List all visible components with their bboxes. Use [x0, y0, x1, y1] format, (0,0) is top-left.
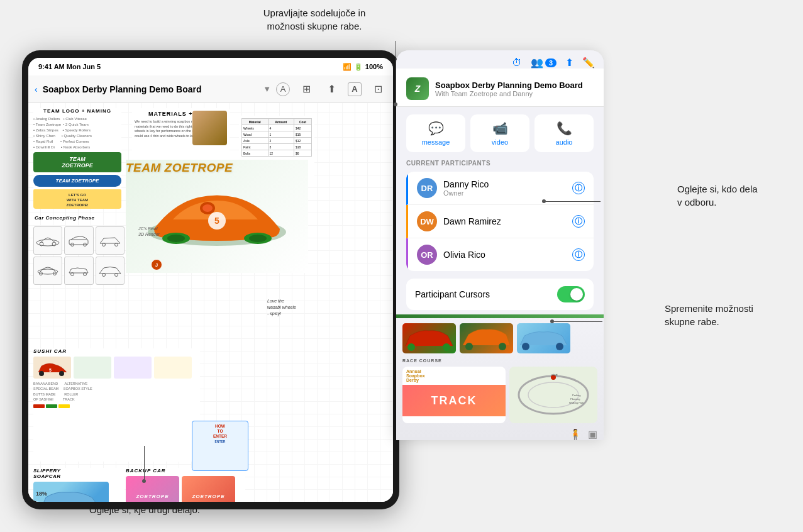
panel-clock-icon[interactable]: ⏱	[512, 57, 522, 69]
participant-dawn-info-btn[interactable]: ⓘ	[572, 215, 585, 228]
toggle-label: Participant Cursors	[415, 289, 490, 299]
board-title: Soapbox Derby Planning Demo Board	[43, 84, 258, 94]
icon-view[interactable]: ⊞	[297, 80, 315, 98]
battery-icon: 🔋	[354, 63, 363, 71]
preview-car-svg-3	[517, 323, 570, 353]
svg-point-25	[59, 371, 64, 376]
participant-olivia-name: Olivia Rico	[443, 250, 566, 260]
svg-text:Parking: Parking	[572, 394, 581, 397]
backup-pink-car: ZOETROPE	[126, 476, 179, 502]
status-icons: 📶 🔋 100%	[343, 63, 383, 71]
icon-annotate[interactable]: A	[276, 82, 290, 96]
participant-danny-info: Danny Rico Owner	[443, 179, 566, 197]
svg-point-34	[556, 343, 563, 350]
svg-text:5: 5	[49, 368, 52, 372]
how-title: HOW TO ENTER	[195, 424, 245, 438]
participant-list: DR Danny Rico Owner ⓘ DW Dawn Ramirez ⓘ …	[406, 172, 594, 271]
sushi-car-svg-1: 5	[35, 358, 70, 377]
sticky-note: LET'S GO WITH TEAM ZOETROPE!	[33, 189, 121, 209]
sketch-6	[96, 257, 125, 285]
participant-olivia-info: Olivia Rico	[443, 250, 566, 260]
board-content: TEAM LOGO + NAMING • Analog Rollers • Cl…	[28, 103, 393, 502]
materials-image	[192, 111, 227, 145]
svg-text:5: 5	[214, 216, 219, 226]
status-time: 9:41 AM Mon Jun 5	[38, 63, 101, 70]
avatar-danny: DR	[417, 178, 437, 198]
participants-badge: 3	[545, 58, 557, 67]
track-box: AnnualSoapboxDerby TRACK	[402, 367, 506, 423]
svg-point-19	[167, 235, 185, 242]
participant-danny-info-btn[interactable]: ⓘ	[572, 182, 585, 194]
track-word: TRACK	[402, 385, 506, 416]
car-sketch-svg-5	[66, 265, 91, 277]
panel-people-icon: 👥	[531, 57, 543, 69]
status-bar: 9:41 AM Mon Jun 5 📶 🔋 100%	[28, 58, 393, 75]
svg-point-23	[202, 204, 213, 212]
video-icon: 📹	[492, 121, 508, 136]
wifi-icon: 📶	[343, 63, 352, 71]
annotation-bottom: Oglejte si, kje drugi delajo.	[63, 503, 226, 516]
audio-button[interactable]: 📞 audio	[534, 114, 594, 152]
participants-header: CURRENT PARTICIPANTS	[406, 160, 594, 167]
panel-board-title: Soapbox Derby Planning Demo Board	[435, 80, 583, 90]
sushi-car-title: SUSHI CAR	[33, 348, 200, 354]
track-map: start Parking Planning Walking Path	[509, 367, 597, 423]
car-sketch-svg-1	[35, 235, 60, 247]
icon-share[interactable]: ⬆	[323, 80, 340, 98]
toggle-knob	[570, 288, 583, 301]
logo-list: • Analog Rollers • Club Vitesse • Team Z…	[33, 116, 121, 150]
render-note: JC's Final 3D Render	[138, 226, 160, 237]
team-name-blue: TEAM ZOETROPE	[33, 175, 121, 187]
annotation-right-bottom: Spremenite možnosti skupne rabe.	[665, 302, 790, 328]
svg-point-8	[38, 269, 58, 274]
panel-participants-icon-group[interactable]: 👥 3	[531, 57, 557, 69]
panel-top-icons: ⏱ 👥 3 ⬆ ✏️	[396, 50, 604, 69]
collab-panel: ⏱ 👥 3 ⬆ ✏️ Z Soapbox Derby Planning Demo…	[396, 50, 604, 440]
icon-insert[interactable]: ⊡	[369, 80, 387, 98]
avatar-dawn: DW	[417, 211, 437, 231]
dropdown-icon[interactable]: ▼	[263, 84, 271, 94]
svg-point-30	[443, 343, 450, 351]
participant-cursors-toggle[interactable]	[557, 286, 585, 302]
sketch-5	[64, 257, 93, 285]
track-title: AnnualSoapboxDerby	[402, 367, 506, 385]
back-button[interactable]: ‹	[35, 84, 38, 94]
participant-danny-role: Owner	[443, 189, 566, 197]
bottom-toolbar: 🧍 ▣	[396, 424, 604, 440]
team-zoetrope-big-area: 5	[126, 160, 308, 273]
car-3d-render: 5	[135, 169, 299, 263]
preview-car-svg-1	[402, 323, 456, 353]
audio-label: audio	[556, 138, 573, 146]
panel-board-subtitle: With Team Zoetrope and Danny	[435, 90, 583, 97]
ipad-screen: 9:41 AM Mon Jun 5 📶 🔋 100% ‹ Soapbox Der…	[28, 58, 393, 502]
icon-text[interactable]: A	[348, 82, 362, 96]
video-button[interactable]: 📹 video	[470, 114, 529, 152]
panel-share-icon[interactable]: ⬆	[565, 57, 573, 69]
panel-board-text: Soapbox Derby Planning Demo Board With T…	[435, 80, 583, 97]
bottom-person-icon[interactable]: 🧍	[569, 428, 582, 440]
bottom-grid-icon[interactable]: ▣	[588, 428, 597, 440]
participant-olivia: OR Olivia Rico ⓘ	[406, 238, 594, 271]
svg-text:Planning: Planning	[570, 397, 580, 401]
callout-line-right-top	[544, 201, 601, 202]
panel-board-preview: RACE COURSE AnnualSoapboxDerby TRACK sta…	[396, 314, 604, 440]
dot-bottom	[142, 479, 146, 483]
dot-right-top	[542, 199, 546, 203]
toolbar: ‹ Soapbox Derby Planning Demo Board ▼ A …	[28, 75, 393, 103]
message-label: message	[422, 138, 450, 146]
message-button[interactable]: 💬 message	[406, 114, 465, 152]
how-to-enter-section: HOW TO ENTER ENTER	[192, 421, 248, 471]
annotation-top: Upravljajte sodelujoče in možnosti skupn…	[208, 6, 421, 33]
participant-olivia-info-btn[interactable]: ⓘ	[572, 248, 585, 261]
sushi-car-section: SUSHI CAR 5	[33, 348, 200, 462]
svg-text:Walking Path: Walking Path	[569, 401, 584, 404]
battery-percent: 100%	[365, 63, 383, 70]
svg-point-31	[465, 343, 473, 350]
sketch-grid	[33, 226, 125, 285]
panel-pencil-icon[interactable]: ✏️	[582, 57, 595, 69]
car-sketches	[33, 224, 125, 285]
race-course-section: RACE COURSE	[396, 356, 604, 365]
car-sketch-svg-3	[97, 235, 123, 247]
progress-percent: 18%	[36, 490, 47, 497]
user-avatar-marker: J	[151, 259, 162, 270]
